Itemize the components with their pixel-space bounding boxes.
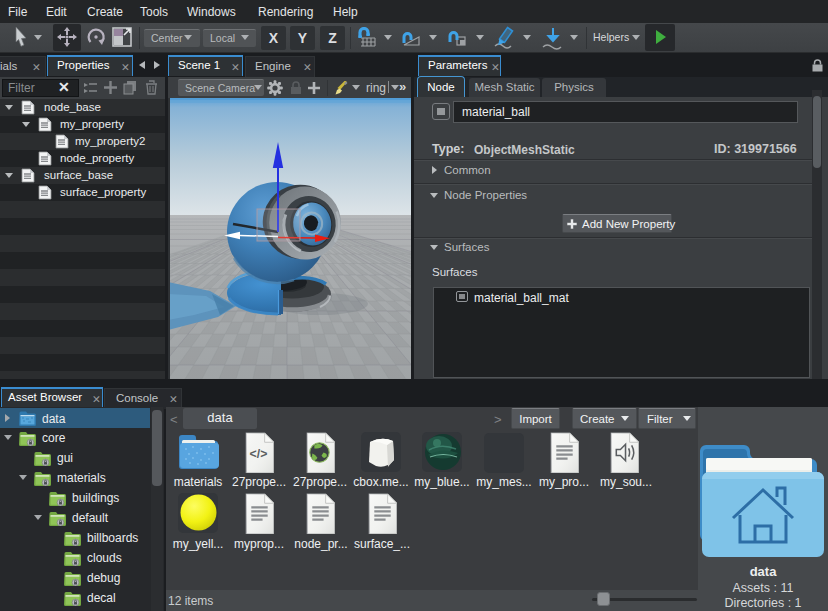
svg-text:</>: </> [250, 447, 268, 461]
